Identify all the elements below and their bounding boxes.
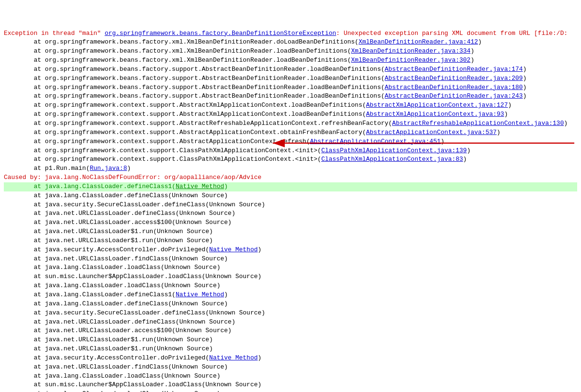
console-line-0: Exception in thread "main" org.springfra… xyxy=(4,29,577,38)
console-line-40: at java.lang.ClassLoader.loadClass(Unkno… xyxy=(4,390,577,392)
console-line-17: at java.lang.ClassLoader.defineClass1(Na… xyxy=(4,182,577,191)
stack-link[interactable]: XmlBeanDefinitionReader.java:334 xyxy=(351,47,471,55)
console-line-23: at java.net.URLClassLoader$1.run(Unknown… xyxy=(4,236,577,246)
stack-link[interactable]: AbstractApplicationContext.java:537 xyxy=(366,129,497,136)
console-line-3: at org.springframework.beans.factory.xml… xyxy=(4,56,577,65)
console-line-12: at org.springframework.context.support.A… xyxy=(4,137,577,146)
console-line-33: at java.net.URLClassLoader.access$100(Un… xyxy=(4,326,577,336)
console-line-34: at java.net.URLClassLoader$1.run(Unknown… xyxy=(4,336,577,345)
console-line-30: at java.lang.ClassLoader.defineClass(Unk… xyxy=(4,300,577,309)
console-line-31: at java.security.SecureClassLoader.defin… xyxy=(4,309,577,318)
console-line-16: Caused by: java.lang.NoClassDefFoundErro… xyxy=(4,173,577,182)
console-line-29: at java.lang.ClassLoader.defineClass1(Na… xyxy=(4,291,577,300)
console-line-35: at java.net.URLClassLoader$1.run(Unknown… xyxy=(4,345,577,354)
console-line-32: at java.net.URLClassLoader.defineClass(U… xyxy=(4,318,577,327)
stack-link[interactable]: AbstractBeanDefinitionReader.java:209 xyxy=(385,75,523,82)
console-line-37: at java.net.URLClassLoader.findClass(Unk… xyxy=(4,363,577,372)
stack-link[interactable]: ClassPathXmlApplicationContext.java:139 xyxy=(321,147,467,154)
stack-link[interactable]: Run.java:8 xyxy=(89,165,127,172)
console-line-14: at org.springframework.context.support.C… xyxy=(4,155,577,164)
stack-link[interactable]: AbstractRefreshableApplicationContext.ja… xyxy=(392,120,564,127)
stack-link[interactable]: ClassPathXmlApplicationContext.java:83 xyxy=(321,156,463,163)
console-line-2: at org.springframework.beans.factory.xml… xyxy=(4,47,577,56)
console-line-27: at sun.misc.Launcher$AppClassLoader.load… xyxy=(4,272,577,281)
console-lines: Exception in thread "main" org.springfra… xyxy=(4,29,577,392)
console-line-5: at org.springframework.beans.factory.sup… xyxy=(4,74,577,83)
stack-link[interactable]: AbstractBeanDefinitionReader.java:180 xyxy=(385,84,523,91)
console-line-4: at org.springframework.beans.factory.sup… xyxy=(4,65,577,74)
console-line-15: at p1.Run.main(Run.java:8) xyxy=(4,164,577,173)
console-line-22: at java.net.URLClassLoader$1.run(Unknown… xyxy=(4,227,577,236)
console-line-19: at java.security.SecureClassLoader.defin… xyxy=(4,201,577,210)
console-line-38: at java.lang.ClassLoader.loadClass(Unkno… xyxy=(4,372,577,381)
console-line-1: at org.springframework.beans.factory.xml… xyxy=(4,38,577,47)
console-line-28: at java.lang.ClassLoader.loadClass(Unkno… xyxy=(4,281,577,291)
console-line-6: at org.springframework.beans.factory.sup… xyxy=(4,83,577,92)
stack-link[interactable]: AbstractXmlApplicationContext.java:127 xyxy=(366,101,508,109)
console-output: Exception in thread "main" org.springfra… xyxy=(0,0,581,392)
stack-link[interactable]: org.springframework.beans.factory.BeanDe… xyxy=(105,30,336,37)
console-line-39: at sun.misc.Launcher$AppClassLoader.load… xyxy=(4,381,577,390)
console-line-9: at org.springframework.context.support.A… xyxy=(4,110,577,119)
console-line-18: at java.lang.ClassLoader.defineClass(Unk… xyxy=(4,191,577,201)
console-line-24: at java.security.AccessController.doPriv… xyxy=(4,246,577,255)
stack-link[interactable]: Native Method xyxy=(176,291,224,298)
stack-link-green[interactable]: Native Method xyxy=(176,183,224,190)
stack-link[interactable]: Native Method xyxy=(209,246,257,253)
stack-link[interactable]: XmlBeanDefinitionReader.java:412 xyxy=(358,38,478,45)
stack-link[interactable]: Native Method xyxy=(209,354,257,361)
console-line-21: at java.net.URLClassLoader.access$100(Un… xyxy=(4,218,577,227)
stack-link[interactable]: AbstractApplicationContext.java:451 xyxy=(310,138,441,145)
console-line-25: at java.net.URLClassLoader.findClass(Unk… xyxy=(4,255,577,264)
console-line-11: at org.springframework.context.support.A… xyxy=(4,128,577,137)
console-line-36: at java.security.AccessController.doPriv… xyxy=(4,354,577,363)
console-line-10: at org.springframework.context.support.A… xyxy=(4,119,577,128)
console-line-8: at org.springframework.context.support.A… xyxy=(4,101,577,110)
stack-link[interactable]: AbstractXmlApplicationContext.java:93 xyxy=(366,111,504,118)
stack-link[interactable]: AbstractBeanDefinitionReader.java:243 xyxy=(385,92,523,100)
console-line-7: at org.springframework.beans.factory.sup… xyxy=(4,92,577,101)
console-line-20: at java.net.URLClassLoader.defineClass(U… xyxy=(4,209,577,218)
console-line-26: at java.lang.ClassLoader.loadClass(Unkno… xyxy=(4,263,577,272)
console-line-13: at org.springframework.context.support.C… xyxy=(4,146,577,156)
stack-link[interactable]: XmlBeanDefinitionReader.java:302 xyxy=(351,56,471,64)
stack-link[interactable]: AbstractBeanDefinitionReader.java:174 xyxy=(385,66,523,73)
